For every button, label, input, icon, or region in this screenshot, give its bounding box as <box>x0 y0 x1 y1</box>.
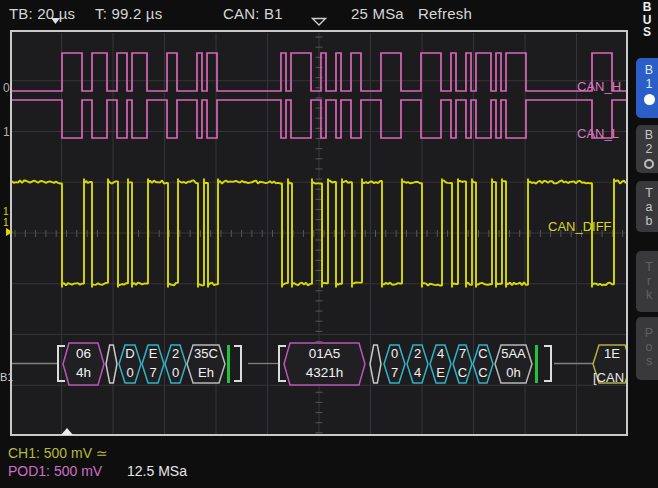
radio-unselected-icon <box>644 159 654 169</box>
sidebar-menu-title: B U S <box>636 1 658 39</box>
sidebar-button-b2[interactable]: B 2 <box>636 125 658 173</box>
bus-status[interactable]: CAN: B1 <box>223 5 283 22</box>
trace-label-can-h: CAN_H <box>577 79 621 94</box>
sidebar-button-b2-label: B 2 <box>636 128 658 156</box>
sidebar-button-trk-label: T r k <box>636 260 658 302</box>
sidebar-button-pos: P o s <box>636 317 658 380</box>
oscilloscope-screen: TB: 20 µs T: 99.2 µs CAN: B1 25 MSa Refr… <box>0 0 658 488</box>
bus-track-label: B1 <box>0 371 13 383</box>
timebase-setting[interactable]: TB: 20 µs <box>9 5 75 22</box>
sidebar-button-tab[interactable]: T a b <box>636 181 658 232</box>
ch1-settings[interactable]: CH1: 500 mV ≃ <box>8 445 108 461</box>
sidebar-button-pos-label: P o s <box>636 326 658 368</box>
trace-label-can-diff: CAN_DIFF <box>548 219 612 234</box>
trigger-time-setting[interactable]: T: 99.2 µs <box>95 5 162 22</box>
sidebar-button-b1-label: B 1 <box>636 63 658 91</box>
ch1-offset-marker[interactable]: 1 <box>3 217 9 228</box>
ch1-level-marker[interactable]: 1 <box>3 206 9 217</box>
sample-rate-readout: 25 MSa <box>351 5 404 22</box>
trace-label-can-l: CAN_L <box>577 126 619 141</box>
sidebar-button-b1[interactable]: B 1 <box>636 58 658 118</box>
radio-selected-icon <box>644 94 655 105</box>
pod1-settings[interactable]: POD1: 500 mV <box>8 463 102 479</box>
digital-channel-1-label: 1 <box>3 125 10 139</box>
pod-sample-rate: 12.5 MSa <box>127 463 187 479</box>
sidebar-button-tab-label: T a b <box>636 186 658 228</box>
acquisition-mode[interactable]: Refresh <box>418 5 472 22</box>
sidebar-button-trk: T r k <box>636 251 658 312</box>
graticule <box>10 30 628 436</box>
trigger-position-marker-icon[interactable] <box>313 19 326 26</box>
digital-channel-0-label: 0 <box>3 81 10 95</box>
